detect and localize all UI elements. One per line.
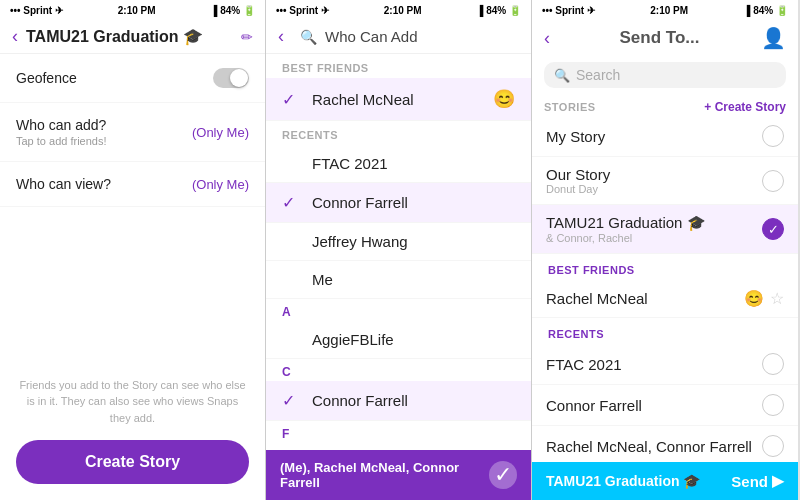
- stories-section-header: STORIES + Create Story: [532, 94, 798, 116]
- contact-name: Rachel McNeal, Connor Farrell: [546, 438, 762, 455]
- check-icon: ✓: [282, 90, 302, 109]
- contact-name: Connor Farrell: [312, 392, 515, 409]
- contact-name: Connor Farrell: [312, 194, 515, 211]
- connor-recent[interactable]: Connor Farrell: [532, 385, 798, 426]
- alpha-a-header: A: [266, 299, 531, 321]
- story-title: TAMU21 Graduation 🎓: [26, 27, 241, 46]
- who-can-view-value: (Only Me): [192, 177, 249, 192]
- friend-emoji: 😊: [744, 289, 764, 308]
- contact-connor-recents[interactable]: ✓ Connor Farrell: [266, 183, 531, 223]
- edit-icon[interactable]: ✏: [241, 29, 253, 45]
- back-arrow-3-icon[interactable]: ‹: [544, 28, 550, 49]
- battery-1: ▐ 84% 🔋: [210, 5, 255, 16]
- add-friend-icon[interactable]: 👤: [761, 26, 786, 50]
- ftac2021-recent[interactable]: FTAC 2021: [532, 344, 798, 385]
- recents-label-3: RECENTS: [532, 318, 798, 344]
- who-can-add-setting[interactable]: Who can add? Tap to add friends! (Only M…: [0, 103, 265, 162]
- create-story-link[interactable]: + Create Story: [704, 100, 786, 114]
- send-button[interactable]: Send ▶: [731, 472, 784, 490]
- confirm-icon[interactable]: ✓: [489, 461, 517, 489]
- search-bar[interactable]: 🔍 Search: [544, 62, 786, 88]
- best-friends-section-header: BEST FRIENDS: [266, 54, 531, 78]
- contact-name: Rachel McNeal: [546, 290, 744, 307]
- contact-ftac-alpha[interactable]: FTAC 2021: [266, 443, 531, 450]
- story-name: TAMU21 Graduation 🎓: [546, 214, 762, 232]
- carrier-2: ••• Sprint ✈: [276, 5, 329, 16]
- star-icon: ☆: [770, 289, 784, 308]
- contact-name: FTAC 2021: [546, 356, 762, 373]
- contact-name: Jeffrey Hwang: [312, 233, 515, 250]
- battery-2: ▐ 84% 🔋: [476, 5, 521, 16]
- settings-list: Geofence Who can add? Tap to add friends…: [0, 54, 265, 361]
- rachel-connor-recent[interactable]: Rachel McNeal, Connor Farrell: [532, 426, 798, 462]
- tamu21-story-item[interactable]: TAMU21 Graduation 🎓 & Connor, Rachel: [532, 205, 798, 254]
- contact-connor-alpha[interactable]: ✓ Connor Farrell: [266, 381, 531, 421]
- contact-list: BEST FRIENDS ✓ Rachel McNeal 😊 RECENTS F…: [266, 54, 531, 450]
- panel2-header: ‹ 🔍 Who Can Add: [266, 20, 531, 54]
- send-to-list: STORIES + Create Story My Story Our Stor…: [532, 94, 798, 462]
- contact-name: Rachel McNeal: [312, 91, 493, 108]
- story-sublabel: Donut Day: [546, 183, 762, 195]
- battery-3: ▐ 84% 🔋: [743, 5, 788, 16]
- my-story-item[interactable]: My Story: [532, 116, 798, 157]
- story-sublabel: & Connor, Rachel: [546, 232, 762, 244]
- check-icon: ✓: [282, 193, 302, 212]
- panel2-footer: (Me), Rachel McNeal, Connor Farrell ✓: [266, 450, 531, 500]
- search-icon-2: 🔍: [300, 29, 317, 45]
- who-can-add-value: (Only Me): [192, 125, 249, 140]
- who-can-add-sublabel: Tap to add friends!: [16, 135, 107, 147]
- footer-story-name: TAMU21 Graduation 🎓: [546, 473, 731, 489]
- toggle-knob: [230, 69, 248, 87]
- story-name: Our Story: [546, 166, 762, 183]
- connor-checkbox[interactable]: [762, 394, 784, 416]
- carrier-3: ••• Sprint ✈: [542, 5, 595, 16]
- contact-emoji: 😊: [493, 88, 515, 110]
- contact-ftac2021[interactable]: FTAC 2021: [266, 145, 531, 183]
- status-bar-1: ••• Sprint ✈ 2:10 PM ▐ 84% 🔋: [0, 0, 265, 20]
- who-can-view-setting[interactable]: Who can view? (Only Me): [0, 162, 265, 207]
- check-icon: ✓: [282, 391, 302, 410]
- back-arrow-2-icon[interactable]: ‹: [278, 26, 284, 47]
- search-placeholder-text: Search: [576, 67, 620, 83]
- recents-section-header: RECENTS: [266, 121, 531, 145]
- panel2-footer-text: (Me), Rachel McNeal, Connor Farrell: [280, 460, 489, 490]
- panel3-footer: TAMU21 Graduation 🎓 Send ▶: [532, 462, 798, 500]
- back-arrow-icon[interactable]: ‹: [12, 26, 18, 47]
- panel1-footer: Friends you add to the Story can see who…: [0, 361, 265, 501]
- contact-name: Connor Farrell: [546, 397, 762, 414]
- tamu21-story-checkbox[interactable]: [762, 218, 784, 240]
- my-story-checkbox[interactable]: [762, 125, 784, 147]
- panel-story-settings: ••• Sprint ✈ 2:10 PM ▐ 84% 🔋 ‹ TAMU21 Gr…: [0, 0, 266, 500]
- geofence-toggle[interactable]: [213, 68, 249, 88]
- stories-label: STORIES: [544, 101, 596, 113]
- our-story-checkbox[interactable]: [762, 170, 784, 192]
- time-3: 2:10 PM: [650, 5, 688, 16]
- contact-name: Me: [312, 271, 515, 288]
- contact-name: AggieFBLife: [312, 331, 515, 348]
- panel-send-to: ••• Sprint ✈ 2:10 PM ▐ 84% 🔋 ‹ Send To..…: [532, 0, 798, 500]
- contact-rachel-mcneal-bf[interactable]: ✓ Rachel McNeal 😊: [266, 78, 531, 121]
- create-story-button[interactable]: Create Story: [16, 440, 249, 484]
- alpha-f-header: F: [266, 421, 531, 443]
- time-1: 2:10 PM: [118, 5, 156, 16]
- send-arrow-icon: ▶: [772, 472, 784, 490]
- ftac-checkbox[interactable]: [762, 353, 784, 375]
- panel3-header: ‹ Send To... 👤: [532, 20, 798, 56]
- status-bar-3: ••• Sprint ✈ 2:10 PM ▐ 84% 🔋: [532, 0, 798, 20]
- contact-me[interactable]: Me: [266, 261, 531, 299]
- who-can-add-label: Who can add?: [16, 117, 107, 133]
- our-story-item[interactable]: Our Story Donut Day: [532, 157, 798, 205]
- contact-name: FTAC 2021: [312, 155, 515, 172]
- carrier-1: ••• Sprint ✈: [10, 5, 63, 16]
- panel-who-can-add: ••• Sprint ✈ 2:10 PM ▐ 84% 🔋 ‹ 🔍 Who Can…: [266, 0, 532, 500]
- geofence-label: Geofence: [16, 70, 77, 86]
- who-can-add-search[interactable]: Who Can Add: [325, 28, 519, 45]
- rachel-mcneal-bf-3[interactable]: Rachel McNeal 😊 ☆: [532, 280, 798, 318]
- contact-jeffrey[interactable]: Jeffrey Hwang: [266, 223, 531, 261]
- rachel-connor-checkbox[interactable]: [762, 435, 784, 457]
- alpha-c-header: C: [266, 359, 531, 381]
- contact-aggiefblife[interactable]: AggieFBLife: [266, 321, 531, 359]
- panel1-header: ‹ TAMU21 Graduation 🎓 ✏: [0, 20, 265, 54]
- best-friends-label-3: BEST FRIENDS: [532, 254, 798, 280]
- geofence-setting: Geofence: [0, 54, 265, 103]
